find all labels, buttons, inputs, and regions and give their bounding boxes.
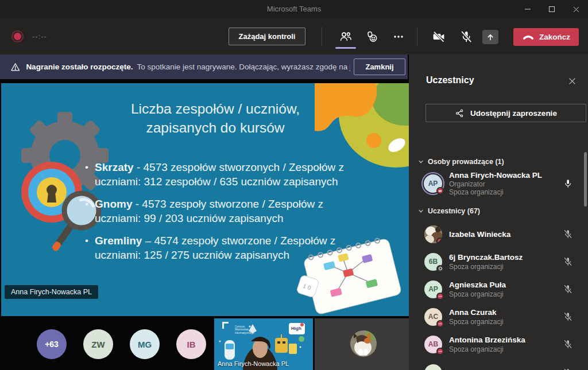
participant-row[interactable]: AC Anna Czurak Spoza organizacji	[409, 303, 588, 330]
share-screen-button[interactable]	[482, 30, 498, 44]
participant-row[interactable]: Izabela Winiecka	[409, 221, 588, 247]
presence-busy-badge	[436, 293, 444, 300]
mic-off-icon	[563, 311, 573, 322]
mic-off-button[interactable]	[455, 25, 478, 48]
close-window-button[interactable]	[564, 0, 588, 18]
mic-off-icon	[563, 368, 573, 370]
window-title: Microsoft Teams	[0, 0, 588, 18]
slide-bullet-list: Skrzaty - 4573 zespołów stworzonych / Ze…	[85, 160, 359, 270]
avatar-initials: ZW	[91, 340, 105, 349]
end-call-label: Zakończ	[539, 33, 570, 41]
participant-name: Izabela Winiecka	[449, 230, 563, 239]
avatar-initials: AP	[428, 180, 438, 188]
hang-up-icon	[522, 31, 535, 44]
avatar-initials: AB	[428, 340, 438, 348]
participant-photo-avatar	[424, 225, 442, 243]
presence-busy-badge	[436, 187, 444, 194]
video-thumbnail-cat[interactable]	[315, 318, 412, 370]
presenter-role: Organizator	[449, 180, 563, 188]
video-thumbnail-anna[interactable]: Centrum Mistrzostwa Informatycznego High…	[214, 318, 313, 370]
presence-busy-badge	[436, 237, 442, 243]
participant-name: Agnieszka Puła	[449, 281, 563, 289]
presenter-name-tag: Anna Firych-Nowacka PL	[5, 285, 98, 299]
share-invite-button[interactable]: Udostępnij zaproszenie	[425, 104, 586, 122]
teams-window: Microsoft Teams --:-- Zażądaj kontroli Z…	[0, 0, 588, 370]
presenter-org: Spoza organizacji	[449, 188, 563, 196]
reactions-button[interactable]	[361, 25, 384, 48]
more-options-button[interactable]	[387, 25, 410, 48]
slide-bullet: Skrzaty - 4573 zespołów stworzonych / Ze…	[85, 160, 359, 189]
participant-avatar-mg[interactable]: MG	[130, 329, 160, 359]
banner-dismiss-button[interactable]: Zamknij	[354, 59, 405, 75]
presentation-slide: 1 0 Liczba zespołów / uczniów, zapisanyc…	[1, 83, 412, 316]
participant-name: Antonina Brzezińska	[449, 336, 563, 344]
participant-row[interactable]: AB Antonina Brzezińska Spoza organizacji	[409, 331, 588, 357]
participant-name: 6j Brynczak.Bartosz	[449, 253, 563, 262]
overflow-count: +63	[45, 340, 59, 349]
participant-name: Anna Czurak	[449, 308, 563, 317]
request-control-button[interactable]: Zażądaj kontroli	[229, 28, 305, 45]
panel-close-button[interactable]	[566, 75, 578, 87]
participant-org: Spoza organizacji	[449, 318, 563, 326]
participant-org: Spoza organizacji	[449, 345, 563, 353]
end-call-button[interactable]: Zakończ	[513, 28, 579, 46]
cat-avatar	[350, 330, 377, 357]
cmi-logo-text: Centrum Mistrzostwa Informatycznego	[235, 325, 252, 334]
presenter-name: Anna Firych-Nowacka PL	[449, 171, 563, 180]
participant-row[interactable]: 6B 6j Brynczak.Bartosz Spoza organizacji	[409, 248, 588, 275]
mic-off-icon	[563, 284, 573, 294]
chevron-down-icon	[418, 159, 424, 165]
camera-off-button[interactable]	[427, 25, 450, 48]
slide-bullet: Gnomy - 4573 zespoły stworzone / Zespołó…	[85, 197, 359, 225]
avatar-initials: AP	[428, 285, 438, 293]
warning-icon	[10, 62, 20, 72]
toolbar-divider	[322, 27, 322, 46]
slide-bullet: Gremliny – 4574 zespoły stworzone / Zesp…	[85, 233, 359, 262]
avatar-initials: MG	[138, 340, 152, 349]
participant-row[interactable]: AP Agnieszka Puła Spoza organizacji	[409, 276, 588, 302]
participant-avatar: AB	[424, 336, 442, 353]
participant-avatar: AC	[424, 308, 442, 326]
toolbar-divider	[417, 27, 417, 46]
presence-offline-badge	[436, 265, 444, 272]
participant-avatar-zw[interactable]: ZW	[83, 329, 113, 359]
avatar-initials: IB	[187, 340, 196, 349]
high-badge-label: High	[291, 326, 301, 331]
video-name-label: Anna Firych-Nowacka PL	[218, 360, 289, 367]
recording-indicator-icon	[14, 33, 21, 40]
mic-off-icon	[563, 229, 573, 239]
overflow-participants-avatar[interactable]: +63	[37, 329, 67, 359]
meeting-timer: --:--	[32, 32, 47, 41]
participant-row[interactable]: ArturPalkenauczycielPG	[409, 360, 588, 370]
participant-avatar: 6B	[424, 253, 442, 271]
recording-banner: Nagranie zostało rozpoczęte. To spotkani…	[0, 54, 408, 79]
slide-title: Liczba zespołów / uczniów, zapisanych do…	[76, 99, 355, 137]
scrollbar-thumb[interactable]	[584, 152, 587, 207]
participant-avatar-ib[interactable]: IB	[176, 329, 206, 359]
participant-avatar	[424, 364, 442, 370]
participants-panel: Uczestnicy Udostępnij zaproszenie Osoby …	[409, 54, 588, 370]
mic-off-icon	[563, 339, 573, 349]
presence-busy-badge	[436, 320, 444, 328]
participants-button[interactable]	[334, 25, 357, 48]
banner-message: To spotkanie jest nagrywane. Dołączając,…	[137, 63, 350, 71]
share-invite-label: Udostępnij zaproszenie	[470, 109, 557, 118]
meeting-toolbar: --:-- Zażądaj kontroli Zakończ	[0, 18, 588, 54]
presenter-row[interactable]: AP Anna Firych-Nowacka PL Organizator Sp…	[409, 169, 588, 198]
avatar-initials: AC	[428, 313, 438, 321]
presenter-avatar: AP	[424, 174, 442, 193]
participant-org: Spoza organizacji	[449, 263, 563, 271]
avatar-initials: 6B	[429, 258, 438, 266]
minimize-button[interactable]	[516, 0, 540, 18]
banner-title: Nagranie zostało rozpoczęte.	[26, 63, 133, 71]
mic-off-icon	[563, 256, 573, 267]
chevron-down-icon	[418, 208, 424, 214]
mic-on-icon	[563, 178, 573, 189]
maximize-button[interactable]	[540, 0, 564, 18]
participant-org: Spoza organizacji	[449, 290, 563, 298]
section-attendees[interactable]: Uczestnicy (67)	[418, 207, 480, 215]
section-presenters[interactable]: Osoby prowadzące (1)	[418, 158, 504, 166]
share-nodes-icon	[455, 108, 465, 118]
participant-avatar: AP	[424, 281, 442, 298]
titlebar: Microsoft Teams	[0, 0, 588, 18]
